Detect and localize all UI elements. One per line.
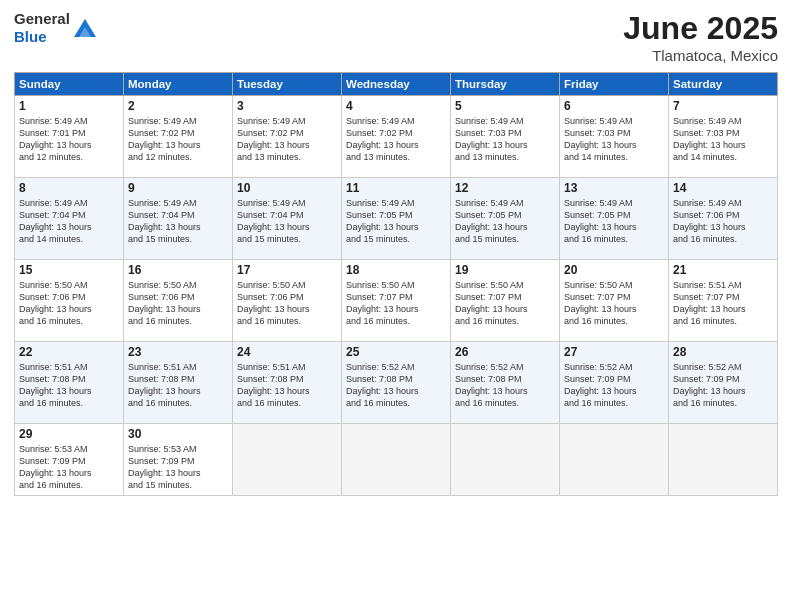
calendar-cell: 11Sunrise: 5:49 AM Sunset: 7:05 PM Dayli… xyxy=(342,178,451,260)
calendar-cell: 14Sunrise: 5:49 AM Sunset: 7:06 PM Dayli… xyxy=(669,178,778,260)
cell-info: Sunrise: 5:50 AM Sunset: 7:06 PM Dayligh… xyxy=(237,279,337,328)
calendar-cell: 3Sunrise: 5:49 AM Sunset: 7:02 PM Daylig… xyxy=(233,96,342,178)
cell-info: Sunrise: 5:52 AM Sunset: 7:09 PM Dayligh… xyxy=(564,361,664,410)
cell-info: Sunrise: 5:49 AM Sunset: 7:04 PM Dayligh… xyxy=(19,197,119,246)
cell-info: Sunrise: 5:52 AM Sunset: 7:09 PM Dayligh… xyxy=(673,361,773,410)
calendar-cell: 2Sunrise: 5:49 AM Sunset: 7:02 PM Daylig… xyxy=(124,96,233,178)
day-number: 6 xyxy=(564,99,664,113)
calendar-cell: 28Sunrise: 5:52 AM Sunset: 7:09 PM Dayli… xyxy=(669,342,778,424)
header-wednesday: Wednesday xyxy=(342,73,451,96)
day-number: 17 xyxy=(237,263,337,277)
day-number: 28 xyxy=(673,345,773,359)
calendar-cell: 15Sunrise: 5:50 AM Sunset: 7:06 PM Dayli… xyxy=(15,260,124,342)
cell-info: Sunrise: 5:53 AM Sunset: 7:09 PM Dayligh… xyxy=(19,443,119,492)
calendar-cell: 24Sunrise: 5:51 AM Sunset: 7:08 PM Dayli… xyxy=(233,342,342,424)
cell-info: Sunrise: 5:50 AM Sunset: 7:06 PM Dayligh… xyxy=(128,279,228,328)
page: General Blue June 2025 Tlamatoca, Mexico… xyxy=(0,0,792,612)
day-number: 4 xyxy=(346,99,446,113)
day-number: 23 xyxy=(128,345,228,359)
weekday-header-row: Sunday Monday Tuesday Wednesday Thursday… xyxy=(15,73,778,96)
day-number: 19 xyxy=(455,263,555,277)
cell-info: Sunrise: 5:51 AM Sunset: 7:08 PM Dayligh… xyxy=(128,361,228,410)
day-number: 16 xyxy=(128,263,228,277)
cell-info: Sunrise: 5:50 AM Sunset: 7:07 PM Dayligh… xyxy=(455,279,555,328)
cell-info: Sunrise: 5:49 AM Sunset: 7:02 PM Dayligh… xyxy=(237,115,337,164)
calendar-cell xyxy=(669,424,778,496)
day-number: 8 xyxy=(19,181,119,195)
month-title: June 2025 xyxy=(623,10,778,47)
calendar-cell: 21Sunrise: 5:51 AM Sunset: 7:07 PM Dayli… xyxy=(669,260,778,342)
calendar-cell xyxy=(560,424,669,496)
calendar-cell: 16Sunrise: 5:50 AM Sunset: 7:06 PM Dayli… xyxy=(124,260,233,342)
cell-info: Sunrise: 5:49 AM Sunset: 7:06 PM Dayligh… xyxy=(673,197,773,246)
calendar-cell: 26Sunrise: 5:52 AM Sunset: 7:08 PM Dayli… xyxy=(451,342,560,424)
cell-info: Sunrise: 5:49 AM Sunset: 7:05 PM Dayligh… xyxy=(455,197,555,246)
day-number: 25 xyxy=(346,345,446,359)
cell-info: Sunrise: 5:49 AM Sunset: 7:02 PM Dayligh… xyxy=(346,115,446,164)
week-row-2: 8Sunrise: 5:49 AM Sunset: 7:04 PM Daylig… xyxy=(15,178,778,260)
cell-info: Sunrise: 5:49 AM Sunset: 7:05 PM Dayligh… xyxy=(564,197,664,246)
week-row-4: 22Sunrise: 5:51 AM Sunset: 7:08 PM Dayli… xyxy=(15,342,778,424)
logo-triangle-icon xyxy=(74,17,96,39)
day-number: 7 xyxy=(673,99,773,113)
calendar-cell: 22Sunrise: 5:51 AM Sunset: 7:08 PM Dayli… xyxy=(15,342,124,424)
day-number: 2 xyxy=(128,99,228,113)
title-block: June 2025 Tlamatoca, Mexico xyxy=(623,10,778,64)
cell-info: Sunrise: 5:53 AM Sunset: 7:09 PM Dayligh… xyxy=(128,443,228,492)
day-number: 21 xyxy=(673,263,773,277)
cell-info: Sunrise: 5:50 AM Sunset: 7:07 PM Dayligh… xyxy=(564,279,664,328)
cell-info: Sunrise: 5:51 AM Sunset: 7:08 PM Dayligh… xyxy=(19,361,119,410)
calendar-cell: 10Sunrise: 5:49 AM Sunset: 7:04 PM Dayli… xyxy=(233,178,342,260)
header: General Blue June 2025 Tlamatoca, Mexico xyxy=(14,10,778,64)
calendar-cell: 19Sunrise: 5:50 AM Sunset: 7:07 PM Dayli… xyxy=(451,260,560,342)
cell-info: Sunrise: 5:51 AM Sunset: 7:07 PM Dayligh… xyxy=(673,279,773,328)
cell-info: Sunrise: 5:52 AM Sunset: 7:08 PM Dayligh… xyxy=(455,361,555,410)
header-sunday: Sunday xyxy=(15,73,124,96)
day-number: 27 xyxy=(564,345,664,359)
day-number: 29 xyxy=(19,427,119,441)
calendar-cell: 1Sunrise: 5:49 AM Sunset: 7:01 PM Daylig… xyxy=(15,96,124,178)
header-friday: Friday xyxy=(560,73,669,96)
day-number: 10 xyxy=(237,181,337,195)
calendar-cell: 29Sunrise: 5:53 AM Sunset: 7:09 PM Dayli… xyxy=(15,424,124,496)
week-row-5: 29Sunrise: 5:53 AM Sunset: 7:09 PM Dayli… xyxy=(15,424,778,496)
calendar-table: Sunday Monday Tuesday Wednesday Thursday… xyxy=(14,72,778,496)
cell-info: Sunrise: 5:52 AM Sunset: 7:08 PM Dayligh… xyxy=(346,361,446,410)
cell-info: Sunrise: 5:49 AM Sunset: 7:03 PM Dayligh… xyxy=(564,115,664,164)
calendar-cell: 23Sunrise: 5:51 AM Sunset: 7:08 PM Dayli… xyxy=(124,342,233,424)
day-number: 20 xyxy=(564,263,664,277)
header-tuesday: Tuesday xyxy=(233,73,342,96)
cell-info: Sunrise: 5:49 AM Sunset: 7:05 PM Dayligh… xyxy=(346,197,446,246)
calendar-cell xyxy=(233,424,342,496)
day-number: 26 xyxy=(455,345,555,359)
cell-info: Sunrise: 5:49 AM Sunset: 7:04 PM Dayligh… xyxy=(237,197,337,246)
calendar-cell: 6Sunrise: 5:49 AM Sunset: 7:03 PM Daylig… xyxy=(560,96,669,178)
calendar-cell: 17Sunrise: 5:50 AM Sunset: 7:06 PM Dayli… xyxy=(233,260,342,342)
day-number: 14 xyxy=(673,181,773,195)
day-number: 1 xyxy=(19,99,119,113)
calendar-cell: 27Sunrise: 5:52 AM Sunset: 7:09 PM Dayli… xyxy=(560,342,669,424)
calendar-cell: 18Sunrise: 5:50 AM Sunset: 7:07 PM Dayli… xyxy=(342,260,451,342)
logo: General Blue xyxy=(14,10,96,46)
calendar-cell: 12Sunrise: 5:49 AM Sunset: 7:05 PM Dayli… xyxy=(451,178,560,260)
day-number: 30 xyxy=(128,427,228,441)
logo-text-block: General Blue xyxy=(14,10,96,46)
cell-info: Sunrise: 5:51 AM Sunset: 7:08 PM Dayligh… xyxy=(237,361,337,410)
day-number: 5 xyxy=(455,99,555,113)
cell-info: Sunrise: 5:49 AM Sunset: 7:01 PM Dayligh… xyxy=(19,115,119,164)
location: Tlamatoca, Mexico xyxy=(623,47,778,64)
day-number: 18 xyxy=(346,263,446,277)
cell-info: Sunrise: 5:49 AM Sunset: 7:03 PM Dayligh… xyxy=(673,115,773,164)
calendar-cell: 8Sunrise: 5:49 AM Sunset: 7:04 PM Daylig… xyxy=(15,178,124,260)
logo-blue: Blue xyxy=(14,28,47,45)
calendar-cell: 20Sunrise: 5:50 AM Sunset: 7:07 PM Dayli… xyxy=(560,260,669,342)
cell-info: Sunrise: 5:50 AM Sunset: 7:06 PM Dayligh… xyxy=(19,279,119,328)
day-number: 13 xyxy=(564,181,664,195)
week-row-3: 15Sunrise: 5:50 AM Sunset: 7:06 PM Dayli… xyxy=(15,260,778,342)
calendar-cell: 4Sunrise: 5:49 AM Sunset: 7:02 PM Daylig… xyxy=(342,96,451,178)
logo-wordmark: General Blue xyxy=(14,10,70,46)
cell-info: Sunrise: 5:50 AM Sunset: 7:07 PM Dayligh… xyxy=(346,279,446,328)
calendar-cell: 13Sunrise: 5:49 AM Sunset: 7:05 PM Dayli… xyxy=(560,178,669,260)
day-number: 11 xyxy=(346,181,446,195)
calendar-cell xyxy=(342,424,451,496)
